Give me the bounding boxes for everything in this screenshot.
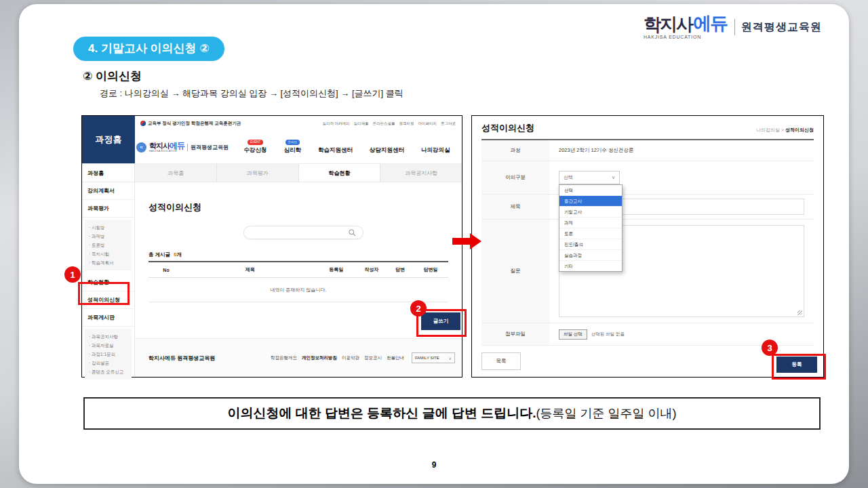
answer-notice-box: 이의신청에 대한 답변은 등록하신 글에 답변 드립니다. (등록일 기준 일주… xyxy=(83,397,821,430)
tab-course-notice[interactable]: 과목공지사항 xyxy=(380,164,462,182)
logo-subtext: HAKJISA EDUCATION xyxy=(644,35,727,39)
table-header-row: No 제목 등록일 작성자 답변 답변일 xyxy=(149,261,448,278)
menu-item-counsel-support[interactable]: 상담지원센터 xyxy=(370,140,404,155)
sidebar-sub-lecture-survey[interactable]: · 강의설문 xyxy=(89,359,127,367)
nav-logo-org: 원격평생교육원 xyxy=(191,144,229,151)
footer-link-terms[interactable]: 이용약관 xyxy=(342,355,359,361)
ministry-text: 교육부 정식 평가인정 학점은행제 교육훈련기관 xyxy=(148,121,241,127)
breadcrumb-current: 성적이의신청 xyxy=(785,127,814,132)
sidebar-sub-course-materials[interactable]: · 과목자료실 xyxy=(89,341,127,350)
navigation-path-text: 경로 : 나의강의실 → 해당과목 강의실 입장 → [성적이의신청] → [글… xyxy=(100,87,403,100)
search-input[interactable] xyxy=(243,226,363,239)
search-icon xyxy=(349,229,356,237)
total-posts-label: 총 게시글 xyxy=(149,251,170,258)
sidebar-sub-discussion-room[interactable]: · 토론방 xyxy=(89,241,127,249)
objection-type-select[interactable]: 선택 ∨ xyxy=(559,171,620,184)
form-row-course: 과정 2023년 2학기 12기수 정신건강론 xyxy=(481,140,814,161)
menu-item-my-classroom[interactable]: 나의강의실 xyxy=(421,140,450,155)
slide-title-badge: 4. 기말고사 이의신청 ② xyxy=(73,37,224,61)
site-footer: 학지사에듀 원격평생교육원 학점은행개요 개인정보처리방침 이용약관 정보공시 … xyxy=(135,338,462,377)
sidebar-sub-quiz[interactable]: · 쪽지시험 xyxy=(89,249,127,258)
event-badge: EVENT xyxy=(248,140,263,145)
callout-step-1: 1 xyxy=(64,266,81,283)
sidebar-sub-content-error-report[interactable]: · 콘텐츠 오류신고 xyxy=(89,367,127,376)
course-value: 2023년 2학기 12기수 정신건강론 xyxy=(559,147,633,154)
dropdown-option-select[interactable]: 선택 xyxy=(559,185,622,196)
column-writer: 작성자 xyxy=(356,266,387,273)
lms-list-screenshot: 과정홈 교육부 정식 평가인정 학점은행제 교육훈련기관 심리학 아카데미 심리… xyxy=(81,115,462,378)
dropdown-option-practice[interactable]: 실습과정 xyxy=(559,250,622,261)
utility-link-shop[interactable]: 온라인쇼핑몰 xyxy=(373,121,395,126)
menu-item-learning-support[interactable]: 학습지원센터 xyxy=(318,140,353,155)
footer-link-credit-bank[interactable]: 학점은행개요 xyxy=(271,355,297,361)
sidebar-header-evaluation[interactable]: 과목평가 xyxy=(82,200,134,218)
form-page-title: 성적이의신청 xyxy=(481,122,534,134)
family-site-label: FAMILY SITE xyxy=(415,356,439,360)
family-site-select[interactable]: FAMILY SITE ∨ xyxy=(412,352,455,363)
dropdown-option-progress[interactable]: 진도/출석 xyxy=(559,239,622,250)
sidebar-sub-course-inquiry[interactable]: · 과정1:1문의 xyxy=(89,350,127,359)
tab-course-home[interactable]: 과목홈 xyxy=(135,164,217,182)
sidebar-header-course-board[interactable]: 과목게시판 xyxy=(82,309,134,327)
menu-label-learning-support: 학습지원센터 xyxy=(318,146,353,155)
resize-handle-icon[interactable] xyxy=(797,310,802,315)
sidebar-sub-study-plan[interactable]: · 학습계획서 xyxy=(89,258,127,267)
utility-link-rehab[interactable]: 심리재활 xyxy=(354,121,369,126)
dropdown-option-etc[interactable]: 기타 xyxy=(559,261,622,271)
menu-item-enroll[interactable]: EVENT 수강신청 xyxy=(244,140,267,155)
tab-learning-status[interactable]: 학습현황 xyxy=(299,164,381,182)
utility-link-mypage[interactable]: 마이페이지 xyxy=(418,121,437,126)
hakjisa-logo: 학지사 에듀 HAKJISA EDUCATION 원격평생교육원 xyxy=(644,15,822,39)
breadcrumb-parent[interactable]: 나의강의실 xyxy=(756,127,780,132)
file-select-button[interactable]: 파일 선택 xyxy=(559,329,587,340)
main-nav-bar: « 학지사 에듀 HAKJISA EDUCATION 원격평생교육원 EVENT… xyxy=(135,131,461,163)
column-no: No xyxy=(149,268,184,272)
tab-course-eval[interactable]: 과목평가 xyxy=(217,164,299,182)
column-title: 제목 xyxy=(184,266,317,273)
course-home-block[interactable]: 과정홈 xyxy=(82,116,135,163)
sidebar-sub-course-notice[interactable]: · 과목공지사항 xyxy=(89,332,127,341)
course-label: 과정 xyxy=(481,140,549,161)
course-sidebar: 강의계획서 과목평가 · 시험방 · 과제방 · 토론방 · 쪽지시험 · 학습… xyxy=(82,182,135,377)
footer-link-disclosure[interactable]: 정보공시 xyxy=(364,355,382,361)
callout-step-3: 3 xyxy=(762,340,778,356)
column-reg-date: 등록일 xyxy=(317,266,356,273)
logo-text-hakjisa: 학지사 xyxy=(644,16,692,33)
logo-text-edu: 에듀 xyxy=(693,15,727,33)
attachment-label: 첨부파일 xyxy=(481,323,549,345)
page-number: 9 xyxy=(0,460,868,470)
ministry-logo-icon xyxy=(140,121,146,126)
dropdown-option-discussion[interactable]: 토론 xyxy=(559,228,622,239)
sidebar-item-course-home[interactable]: 과정홈 xyxy=(82,164,135,182)
sidebar-sub-exam-room[interactable]: · 시험방 xyxy=(89,223,127,232)
footer-link-privacy[interactable]: 개인정보처리방침 xyxy=(302,355,337,361)
flow-arrow-icon xyxy=(452,232,482,250)
utility-links: 심리학 아카데미 심리재활 온라인쇼핑몰 원격지원 마이페이지 로그아웃 xyxy=(322,121,456,126)
global-menu: EVENT 수강신청 온라인 심리학 학습지원센터 상담지원센터 나의강의실 xyxy=(229,140,461,155)
page-title: 성적이의신청 xyxy=(149,201,201,214)
notice-normal-text: (등록일 기준 일주일 이내) xyxy=(536,405,676,422)
menu-item-psychology[interactable]: 온라인 심리학 xyxy=(284,140,302,155)
sidebar-item-syllabus[interactable]: 강의계획서 xyxy=(82,182,134,200)
sidebar-sub-assignment-room[interactable]: · 과제방 xyxy=(89,232,127,241)
footer-link-refund[interactable]: 환불안내 xyxy=(387,355,404,361)
dropdown-option-assignment[interactable]: 과제 xyxy=(559,218,622,228)
dropdown-option-midterm[interactable]: 중간고사 xyxy=(559,196,622,207)
utility-link-academy[interactable]: 심리학 아카데미 xyxy=(322,121,349,126)
column-answer-date: 답변일 xyxy=(413,266,448,273)
breadcrumb: 나의강의실 > 성적이의신청 xyxy=(756,127,814,134)
logo-divider xyxy=(734,19,735,35)
select-current-value: 선택 xyxy=(564,174,573,181)
list-button[interactable]: 목록 xyxy=(481,352,521,370)
collapse-chevron-icon[interactable]: « xyxy=(136,142,146,152)
sidebar-eval-submenu: · 시험방 · 과제방 · 토론방 · 쪽지시험 · 학습계획서 xyxy=(85,220,132,270)
utility-link-remote[interactable]: 원격지원 xyxy=(399,121,414,126)
form-row-question: 질문 xyxy=(481,220,814,323)
objection-form-screenshot: 성적이의신청 나의강의실 > 성적이의신청 과정 2023년 2학기 12기수 … xyxy=(471,115,824,378)
notice-bold-text: 이의신청에 대한 답변은 등록하신 글에 답변 드립니다. xyxy=(228,405,536,422)
menu-label-enroll: 수강신청 xyxy=(244,146,267,155)
empty-list-message: 내역이 존재하지 않습니다. xyxy=(149,278,448,302)
nav-logo-edu: 에듀 xyxy=(170,142,184,150)
utility-link-logout[interactable]: 로그아웃 xyxy=(441,121,456,126)
dropdown-option-final[interactable]: 기말고사 xyxy=(559,207,622,218)
